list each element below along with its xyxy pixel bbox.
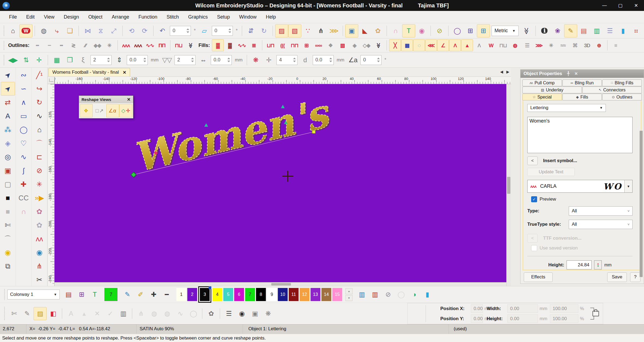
reshape-object-icon[interactable]: ❖ — [80, 104, 93, 117]
menu-stitch[interactable]: Stitch — [162, 11, 183, 23]
gradient-fill-icon[interactable]: ▥ — [336, 39, 348, 51]
send-to-machine-icon[interactable]: ⤷ — [50, 24, 63, 37]
ruler-origin-button[interactable] — [48, 77, 55, 84]
ttf-conversion-button[interactable]: TTF conversion... — [543, 236, 582, 241]
lettering-object[interactable]: Women's Women's — [128, 89, 336, 182]
remove-background-icon[interactable]: ⊘ — [381, 288, 395, 301]
undo-rotate-icon[interactable]: ↶ — [156, 24, 169, 37]
mirror-array-icon[interactable]: ▦ — [50, 53, 63, 67]
horizontal-scrollbar[interactable] — [55, 282, 506, 286]
home-icon[interactable]: ⌂ — [6, 24, 19, 37]
thread-chart-x-icon[interactable]: ▥ — [368, 288, 381, 301]
mirror-x-green-icon[interactable]: ◀▶ — [6, 53, 19, 67]
color-object-list-icon[interactable]: ▤ — [577, 24, 590, 37]
minimize-button[interactable]: — — [597, 0, 612, 11]
document-tab[interactable]: Womens Football - Varsity - final ✕ — [49, 68, 130, 76]
position-y-input[interactable]: 0.00 — [471, 314, 483, 323]
color-swatch-1[interactable]: 1 — [176, 288, 186, 301]
tab-special[interactable]: ☆Special — [522, 94, 562, 100]
color-swatch-2[interactable]: 2 — [187, 288, 197, 301]
open-curve-tool[interactable]: ∾ — [17, 68, 31, 82]
diamond-run-icon[interactable]: ◆◆ — [91, 39, 103, 51]
apple-fill2-icon[interactable]: ◍ — [161, 307, 174, 320]
grid-guides-icon[interactable]: ⊞ — [477, 24, 490, 37]
s-band-tool[interactable]: ⊘ — [32, 164, 47, 177]
feather-grey-icon[interactable]: Λ — [473, 39, 485, 51]
menu-view[interactable]: View — [39, 11, 59, 23]
panel-close-icon[interactable]: ✕ — [574, 71, 578, 76]
color-swatch-9[interactable]: 9 — [267, 288, 277, 301]
hexagon-offset-tool[interactable]: ▣ — [1, 164, 15, 177]
vector-shapes-icon[interactable]: ◣ — [358, 24, 371, 37]
square-wave-outline-icon[interactable]: ⊓⊔ — [173, 39, 185, 51]
coreldraw-icon[interactable]: ◍ — [37, 24, 50, 37]
color-swatch-6[interactable]: 6 — [234, 288, 244, 301]
frame-check-icon[interactable]: ✓ — [104, 307, 117, 320]
menu-window[interactable]: Window — [234, 11, 261, 23]
offset-circles-tool[interactable]: ◎ — [1, 150, 15, 164]
satin-spacing-tool[interactable]: ʌʌ — [32, 232, 47, 246]
tab-pull-comp[interactable]: ʌʌPull Comp — [522, 79, 562, 86]
thread-spool-icon[interactable]: ▮ — [616, 24, 630, 37]
closed-curve-tool[interactable]: ∽ — [17, 82, 31, 96]
pattern-fill-icon[interactable]: ⊞ — [300, 39, 312, 51]
snapshot-camera-icon[interactable]: ◉ — [235, 307, 248, 320]
aspect-lock[interactable] — [590, 306, 600, 321]
hoop-outline-icon[interactable]: ◯ — [451, 24, 464, 37]
wave-fill-icon[interactable]: ⊔⊓ — [264, 39, 276, 51]
repeat-transform-icon[interactable]: ↻ — [257, 24, 270, 37]
ellipse-tool[interactable]: ◯ — [17, 123, 31, 136]
maximize-button[interactable]: ▢ — [612, 0, 628, 11]
ttf-insert-button[interactable]: < — [527, 234, 538, 243]
add-color-icon[interactable]: ✚ — [147, 288, 160, 301]
spool-icon[interactable]: ▮ — [421, 288, 434, 301]
color-swatch-14[interactable]: 14 — [321, 288, 331, 301]
menu-graphics[interactable]: Graphics — [183, 11, 212, 23]
scale-y-input[interactable]: 100.00 — [550, 314, 578, 323]
run-curve-icon[interactable]: ∿ — [174, 307, 187, 320]
thread-colors-bar-icon[interactable]: ▥ — [590, 24, 603, 37]
monogram-tool[interactable]: ◈ — [1, 136, 15, 150]
row-spacing-input[interactable]: 0.0 — [127, 55, 148, 65]
stipple-dots-icon[interactable]: ◌ — [413, 39, 425, 51]
skew-icon[interactable]: ▱ — [198, 24, 211, 37]
stitch-outline-patch-icon[interactable]: ▧ — [288, 24, 301, 37]
thread-chart-icon[interactable]: ▥ — [355, 288, 368, 301]
zigzag-reshape-tool[interactable]: ∿ — [32, 109, 47, 123]
satin-fill-icon[interactable]: ▓ — [212, 39, 224, 51]
fills-more-icon[interactable]: ≫ — [372, 39, 384, 51]
scroll-tabs-left[interactable]: ◀ — [500, 70, 503, 74]
dash-outline3-icon[interactable]: ╍ — [55, 39, 67, 51]
outlines-more-icon[interactable]: ≫ — [185, 39, 197, 51]
contour-lines-icon[interactable]: ☰ — [521, 39, 533, 51]
weave-fill-icon[interactable]: ▦ — [401, 39, 413, 51]
starburst-tool[interactable]: ✳ — [32, 177, 47, 191]
diamond-small-icon[interactable]: ◇◆ — [360, 39, 372, 51]
color-swatch-11[interactable]: 11 — [289, 288, 299, 301]
columns-input[interactable]: 2 — [174, 55, 195, 65]
branch-stitch-icon[interactable]: ⋔ — [134, 307, 148, 320]
tab-bling-run[interactable]: ∞Bling Run — [562, 79, 602, 86]
thread-colors-icon[interactable]: ▤ — [62, 288, 75, 301]
lettering-tool[interactable]: A — [1, 109, 15, 123]
apple-fill-icon[interactable]: ◍ — [148, 307, 161, 320]
use-saved-version-checkbox[interactable] — [531, 245, 537, 251]
magic-pencil-icon[interactable]: ✎ — [20, 307, 34, 320]
tab-fills[interactable]: ◆Fills — [562, 94, 602, 100]
wreath-icon[interactable]: ❋ — [249, 53, 262, 67]
small-lines-icon[interactable]: ≡ — [610, 39, 622, 51]
font-dropdown-icon[interactable]: ▼ — [624, 180, 632, 192]
circle-flip-tool[interactable]: ↻ — [32, 96, 47, 109]
units-select[interactable]: Metric▼ — [492, 26, 519, 36]
mirror-xy-green-icon[interactable]: ✛ — [32, 53, 46, 67]
yarn-pull-tool[interactable]: ◉ — [32, 246, 47, 259]
hexagon-grey-tool[interactable]: ■ — [1, 205, 15, 218]
polygon-digitize-tool[interactable]: ∧ — [17, 96, 31, 109]
contour-object-tool[interactable]: CC — [17, 191, 31, 205]
curve-band-red-tool[interactable]: ⌒ — [32, 136, 47, 150]
open-polygon-tool[interactable]: ⌂ — [32, 123, 47, 136]
mirror-diagonal-icon[interactable]: ⤢ — [107, 24, 120, 37]
menu-setup[interactable]: Setup — [212, 11, 234, 23]
color-swatch-5[interactable]: 5 — [223, 288, 233, 301]
rotate-left-45-icon[interactable]: ⟲ — [125, 24, 138, 37]
